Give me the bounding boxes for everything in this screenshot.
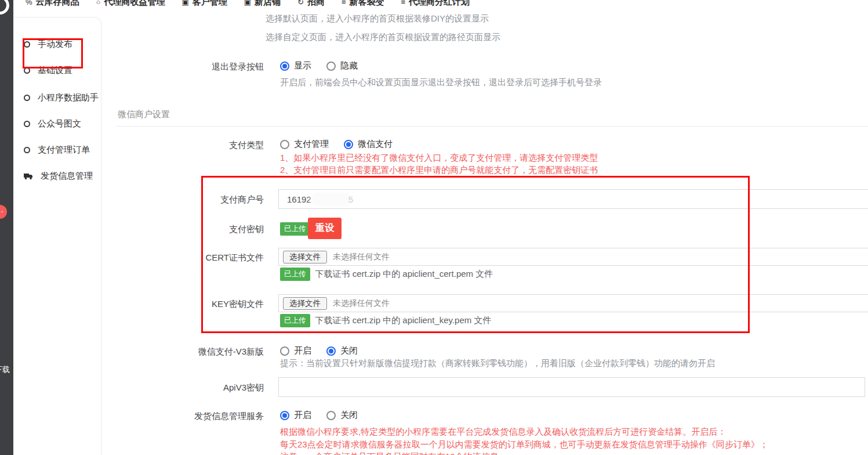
circle-icon: ○ <box>96 0 101 6</box>
radio-unselected-icon[interactable] <box>280 140 289 149</box>
circle-icon <box>24 95 30 101</box>
section-divider <box>115 126 868 127</box>
sidebar-item-label: 发货信息管理 <box>41 171 93 182</box>
circle-icon <box>24 147 30 153</box>
wxpay-v3-radio-group: 开启 关闭 <box>280 345 358 356</box>
radio-wechat-pay[interactable]: 微信支付 <box>344 139 393 150</box>
pay-type-note-2: 2、支付管理目前只需要配置小程序里申请的商户号就能支付了，无需配置密钥证书 <box>280 165 598 176</box>
radio-enable[interactable]: 开启 <box>280 410 311 421</box>
wxpay-v3-tip: 提示：当前设置只针对新版微信提现打款（商家转账到零钱功能），用着旧版（企业付款到… <box>280 358 715 369</box>
nav-item-new-customer-fission[interactable]: ≡ 新客裂变 <box>342 0 384 8</box>
radio-label: 隐藏 <box>340 60 358 71</box>
notification-badge[interactable]: ··· <box>0 205 7 219</box>
radio-label: 开启 <box>294 345 311 356</box>
radio-selected-icon[interactable] <box>280 411 289 420</box>
redaction-blur <box>313 194 351 204</box>
wxpay-v3-label: 微信支付-V3新版 <box>113 346 264 358</box>
nav-label: 招商 <box>307 0 325 8</box>
merchant-id-tail: 5 <box>348 194 353 204</box>
radio-selected-icon[interactable] <box>326 346 336 356</box>
sidebar-item-label: 支付管理订单 <box>38 145 90 156</box>
sidebar-item-payment-orders[interactable]: 支付管理订单 <box>24 145 90 156</box>
radio-disable[interactable]: 关闭 <box>326 410 358 421</box>
sidebar-item-manual-publish[interactable]: 手动发布 <box>24 39 72 50</box>
radio-unselected-icon[interactable] <box>280 346 289 356</box>
home-page-description-2: 选择自定义页面，进入小程序的首页根据设置的路径页面显示 <box>266 32 500 43</box>
apiv3-secret-input[interactable] <box>278 377 865 397</box>
circle-icon <box>24 41 30 48</box>
radio-hide[interactable]: 隐藏 <box>326 60 358 71</box>
home-page-description-1: 选择默认页面，进入小程序的首页根据装修DIY的设置显示 <box>266 13 489 24</box>
shipping-note-3: 注意：一个商户订单号下最多只能同时存在10个物流信息 <box>280 452 499 455</box>
radio-label: 关闭 <box>340 410 358 421</box>
radio-label: 微信支付 <box>358 139 393 150</box>
panel-icon: ▣ <box>181 0 188 6</box>
apiv3-secret-label: ApiV3密钥 <box>113 382 264 393</box>
circle-icon <box>24 121 30 127</box>
no-file-text: 未选择任何文件 <box>333 252 390 262</box>
choose-file-button[interactable]: 选择文件 <box>283 251 327 263</box>
logo-circle-icon <box>0 0 9 15</box>
uploaded-badge: 已上传 <box>280 222 310 236</box>
radio-disable[interactable]: 关闭 <box>326 345 358 356</box>
radio-show[interactable]: 显示 <box>280 60 311 71</box>
shipping-service-label: 发货信息管理服务 <box>113 411 264 422</box>
radio-pay-management[interactable]: 支付管理 <box>280 139 329 150</box>
choose-file-button[interactable]: 选择文件 <box>283 297 327 310</box>
nav-item-customer-management[interactable]: ▣ 客户管理 <box>181 0 227 8</box>
uploaded-badge: 已上传 <box>280 314 310 327</box>
shipping-service-radio-group: 开启 关闭 <box>280 410 358 421</box>
radio-enable[interactable]: 开启 <box>280 345 311 356</box>
reset-button[interactable]: 重设 <box>308 218 342 239</box>
merchant-id-value: 16192 <box>287 194 311 204</box>
left-rail: ··· 下载 <box>0 0 13 455</box>
nav-label: 客户管理 <box>193 0 227 8</box>
nav-item-cloud-stock[interactable]: % 云库存商品 <box>26 0 79 8</box>
shipping-note-2: 每天23点会定时请求微信服务器拉取一个月以内需要发货的订单到商城，也可手动更新在… <box>280 439 768 450</box>
nav-label: 新客裂变 <box>350 0 384 8</box>
top-navigation-row: % 云库存商品 ○ 代理商收益管理 ▣ 客户管理 ▣ 新店铺 ↻ 招商 ≡ 新客… <box>13 0 868 8</box>
sidebar-item-basic-settings[interactable]: 基础设置 <box>24 65 72 76</box>
logout-radio-group: 显示 隐藏 <box>280 60 358 71</box>
radio-unselected-icon[interactable] <box>326 62 336 71</box>
download-link[interactable]: 下载 <box>0 364 10 375</box>
link-icon: % <box>26 0 32 6</box>
merchant-id-input[interactable]: 16192 5 <box>278 189 868 209</box>
sidebar-item-label: 基础设置 <box>38 65 72 76</box>
nav-label: 新店铺 <box>255 0 281 8</box>
nav-item-new-shop[interactable]: ▣ 新店铺 <box>244 0 281 8</box>
nav-label: 代理商分红计划 <box>409 0 470 8</box>
merchant-id-label: 支付商户号 <box>113 194 264 205</box>
radio-selected-icon[interactable] <box>280 62 289 71</box>
uploaded-badge: 已上传 <box>280 268 310 281</box>
nav-label: 代理商收益管理 <box>104 0 165 8</box>
sidebar-item-miniprogram-data-assistant[interactable]: 小程序数据助手 <box>24 92 99 103</box>
cert-file-input[interactable]: 选择文件 未选择任何文件 <box>278 248 868 266</box>
nav-item-agent-income[interactable]: ○ 代理商收益管理 <box>96 0 165 8</box>
sidebar-item-label: 公众号图文 <box>38 118 81 129</box>
pay-type-radio-group: 支付管理 微信支付 <box>280 139 393 150</box>
nav-label: 云库存商品 <box>36 0 79 8</box>
pay-secret-label: 支付密钥 <box>113 224 264 235</box>
section-title-wechat-merchant: 微信商户设置 <box>118 109 170 120</box>
sidebar-item-official-account-articles[interactable]: 公众号图文 <box>24 118 81 129</box>
refresh-icon: ↻ <box>297 0 304 6</box>
sidebar-item-shipping-info[interactable]: 发货信息管理 <box>24 171 93 182</box>
menu-icon: ≡ <box>342 0 346 6</box>
radio-label: 关闭 <box>340 345 358 356</box>
key-file-hint: 下载证书 cert.zip 中的 apiclient_key.pem 文件 <box>315 315 492 326</box>
cert-file-hint: 下载证书 cert.zip 中的 apiclient_cert.pem 文件 <box>315 269 493 280</box>
nav-item-investment[interactable]: ↻ 招商 <box>297 0 325 8</box>
nav-item-agent-dividend-plan[interactable]: ≡ 代理商分红计划 <box>401 0 470 8</box>
panel-icon: ▣ <box>244 0 251 6</box>
key-upload-status-row: 已上传 下载证书 cert.zip 中的 apiclient_key.pem 文… <box>280 314 491 327</box>
logout-button-label: 退出登录按钮 <box>113 62 264 73</box>
circle-icon <box>24 67 30 74</box>
sidebar-item-label: 小程序数据助手 <box>38 92 99 103</box>
no-file-text: 未选择任何文件 <box>333 298 390 309</box>
radio-selected-icon[interactable] <box>344 140 353 149</box>
app-page: % 云库存商品 ○ 代理商收益管理 ▣ 客户管理 ▣ 新店铺 ↻ 招商 ≡ 新客… <box>0 0 868 455</box>
key-file-input[interactable]: 选择文件 未选择任何文件 <box>278 294 868 312</box>
pay-type-note-1: 1、如果小程序里已经没有了微信支付入口，变成了支付管理，请选择支付管理类型 <box>280 153 598 164</box>
radio-unselected-icon[interactable] <box>326 411 336 420</box>
